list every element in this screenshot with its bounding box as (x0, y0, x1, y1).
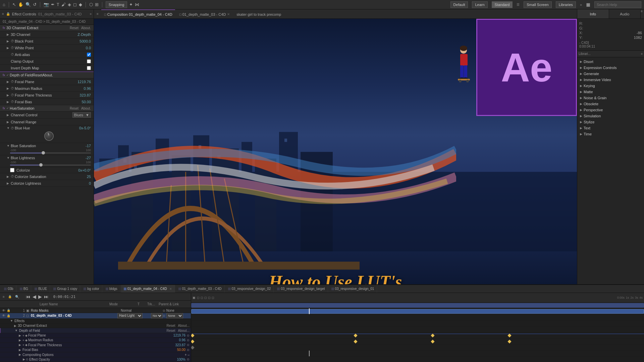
colorize-light-value[interactable]: 0 (89, 181, 91, 185)
stopwatch-icon-fpttl[interactable]: ◆ (25, 343, 28, 347)
focal-thickness-value[interactable]: 323.87 (79, 93, 91, 97)
eo-value-tl[interactable]: 100% (177, 358, 185, 361)
effect-item-perspective[interactable]: ▶ Perspective (577, 107, 644, 113)
mr-value-tl[interactable]: 0.96 (179, 338, 185, 342)
stopwatch-mr[interactable]: ⏱ (11, 86, 14, 90)
align-icon[interactable]: ⊞ (95, 2, 99, 7)
tl-tab-group1[interactable]: Group 1 copy (51, 285, 80, 293)
name-2[interactable]: 01_depth_matte_03 - C4D (31, 314, 117, 317)
play-back-btn[interactable]: ◀ (33, 294, 36, 299)
df-about-tl[interactable]: About... (178, 329, 190, 333)
hand-tool[interactable]: ✋ (18, 2, 23, 7)
tl-tab-bg[interactable]: BG (17, 285, 31, 293)
tl-lock-icon[interactable]: 🔒 (8, 295, 12, 298)
right-panel-menu[interactable]: ≡ (641, 9, 643, 18)
df-expand-tl[interactable]: ▼ (15, 329, 18, 332)
vis-1[interactable]: 👁 (1, 309, 6, 312)
snap-icon[interactable]: ✦ (129, 2, 133, 7)
fb-expand[interactable]: ▶ (7, 100, 11, 104)
zoom-tool[interactable]: 🔍 (25, 2, 31, 7)
depth-field-reset[interactable]: Reset (33, 73, 43, 77)
puppet-tool[interactable]: ◆ (79, 2, 82, 7)
kf-mr-1[interactable] (191, 340, 195, 343)
rotate-tool[interactable]: ↺ (33, 2, 37, 7)
black-point-value[interactable]: 5000.0 (79, 39, 91, 43)
play-fwd-btn[interactable]: ▶ (38, 294, 42, 299)
effect-item-disort[interactable]: ▶ Disort (577, 59, 644, 65)
stopwatch-icon-aa[interactable]: ⏱ (11, 53, 14, 56)
effect-item-expression[interactable]: ▶ Expression Controls (577, 65, 644, 71)
effect-item-keying[interactable]: ▶ Keying (577, 83, 644, 89)
keyframe-icon-fp[interactable]: ⋄ (22, 334, 24, 337)
trkmat-select-2[interactable]: None (151, 313, 163, 318)
effects-expand[interactable]: ▼ (10, 319, 13, 322)
mr-expand[interactable]: ▶ (7, 87, 11, 90)
name-1[interactable]: Roto Masks (31, 309, 121, 312)
fp-expand[interactable]: ▶ (7, 80, 11, 83)
tl-tab-bgcolor[interactable]: bg color (81, 285, 102, 293)
stamp-tool[interactable]: ◈ (68, 2, 71, 7)
ruler-ctrl-5[interactable]: ◻ (208, 296, 210, 299)
light-track[interactable] (10, 165, 91, 166)
ft-expand[interactable]: ▶ (7, 94, 11, 97)
ce-reset-tl[interactable]: Reset (166, 324, 175, 327)
cl-expand[interactable]: ▶ (7, 182, 11, 185)
tab-close-depth04[interactable]: ✕ (169, 287, 172, 291)
ruler-ctrl-4[interactable]: ◻ (204, 296, 207, 299)
colorize-hue-value[interactable]: 0x+0.0° (78, 168, 91, 172)
mask-tool[interactable]: ⬡ (89, 2, 93, 7)
channel-value[interactable]: Z-Depth (77, 33, 91, 37)
arrow-tool[interactable]: ↖ (12, 2, 16, 7)
fpt-expand-tl[interactable]: ▶ (19, 343, 21, 347)
effect-item-generate[interactable]: ▶ Generate (577, 71, 644, 77)
fpt-keyframe-btn[interactable]: ⊙ (187, 343, 190, 347)
focal-plane-value[interactable]: 1219.76 (77, 80, 91, 84)
cr-expand[interactable]: ▶ (7, 120, 11, 124)
bs-expand[interactable]: ▼ (7, 144, 11, 147)
panel-lock-icon[interactable]: 🔒 (6, 12, 10, 16)
keyframe-icon-mr[interactable]: ⋄ (22, 339, 24, 342)
depth-field-header[interactable]: fx ✓ Depth of Field Reset About. (0, 71, 94, 78)
stopwatch-icon-fptl[interactable]: ◆ (25, 334, 28, 337)
effect-item-stylize[interactable]: ▶ Stylize (577, 119, 644, 125)
light-thumb[interactable] (39, 163, 43, 167)
kf-fp-3[interactable] (431, 334, 434, 337)
track-bar-2-selected[interactable] (191, 309, 644, 314)
tl-tab-depth03[interactable]: 01_depth_matte_03 - C4D (176, 285, 225, 293)
timeline-ruler[interactable]: ▣ ◻ ◻ ◻ ◻ ◻ 0:00s 1s 2s 3s 4s (191, 293, 644, 302)
step-back-btn[interactable]: ⏮ (26, 294, 31, 299)
anti-alias-checkbox[interactable] (87, 53, 91, 57)
white-point-value[interactable]: 0.0 (86, 46, 91, 50)
step-fwd-btn[interactable]: ⏭ (44, 294, 49, 299)
stopwatch-icon-wp[interactable]: ⏱ (11, 46, 14, 50)
invert-depth-checkbox[interactable] (87, 66, 91, 70)
colorize-sat-value[interactable]: 25 (87, 175, 91, 179)
eo-keyframe-btn[interactable]: ⊙ (187, 358, 190, 361)
ruler-ctrl-3[interactable]: ◻ (201, 296, 203, 299)
stopwatch-bh[interactable]: ⏱ (11, 126, 14, 130)
fb-value-tl[interactable]: 50.00 (177, 348, 185, 352)
effect-item-time[interactable]: ▶ Time (577, 131, 644, 137)
ruler-ctrl-2[interactable]: ◻ (197, 296, 199, 299)
libraries-btn[interactable]: Libraries (556, 1, 576, 8)
sat-track[interactable] (10, 153, 91, 154)
brush-tool[interactable]: 🖌 (61, 2, 66, 7)
track-bar-1[interactable] (191, 303, 644, 308)
colorize-checkbox[interactable] (10, 168, 14, 172)
parent-val-1[interactable]: None (166, 309, 174, 312)
eo-expand-tl[interactable]: ▶ (23, 358, 25, 361)
focal-bias-value[interactable]: 50.00 (82, 100, 91, 104)
kf-fp-4[interactable] (507, 334, 511, 337)
audio-tab[interactable]: Audio (609, 9, 641, 18)
fpt-value-tl[interactable]: 323.87 (175, 343, 185, 347)
tl-menu-icon[interactable]: ≡ (3, 295, 5, 299)
tl-tab-respT[interactable]: 03_responsive_design_target (274, 285, 328, 293)
effect-item-text[interactable]: ▶ Text (577, 125, 644, 131)
channel-extract-about[interactable]: About. (81, 26, 91, 30)
bl-expand[interactable]: ▼ (7, 156, 11, 160)
kf-fp-2[interactable] (354, 334, 357, 337)
effect-item-simulation[interactable]: ▶ Simulation (577, 113, 644, 119)
snapping-button[interactable]: Snapping (106, 1, 127, 8)
kf-mr-2[interactable] (354, 340, 357, 343)
kf-mr-3[interactable] (431, 340, 434, 343)
